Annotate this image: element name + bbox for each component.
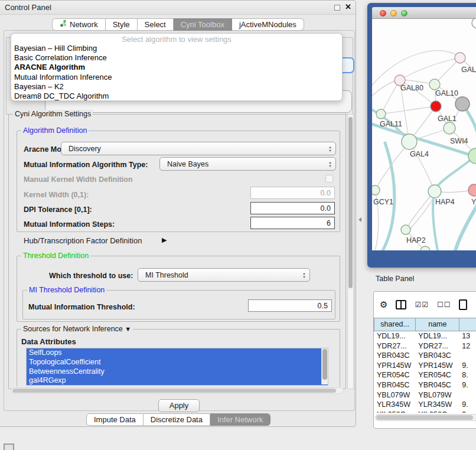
- close-traffic-light[interactable]: [380, 10, 386, 17]
- sources-title-text: Sources for Network Inference: [23, 325, 123, 333]
- dropdown-item[interactable]: Dream8 DC_TDC Algorithm: [11, 92, 342, 101]
- column-header[interactable]: name: [415, 318, 459, 331]
- which-threshold-value: MI Threshold: [138, 271, 299, 279]
- tab-infer-network[interactable]: Infer Network: [210, 413, 270, 426]
- table-row[interactable]: YER054CYER054C8.: [374, 370, 476, 380]
- float-window-icon[interactable]: [334, 5, 340, 11]
- zoom-traffic-light[interactable]: [401, 10, 407, 17]
- scrollbar-thumb[interactable]: [348, 117, 353, 288]
- tab-select[interactable]: Select: [138, 18, 174, 31]
- aracne-mode-combo[interactable]: Discovery: [61, 142, 336, 155]
- network-node[interactable]: [472, 19, 476, 28]
- dpi-tolerance-field[interactable]: 0.0: [250, 202, 335, 214]
- docked-panel-icon[interactable]: [4, 444, 14, 450]
- network-node-hap2[interactable]: [401, 225, 410, 234]
- table-cell: 9.: [459, 380, 476, 390]
- minimize-traffic-light[interactable]: [390, 10, 397, 17]
- network-node[interactable]: [455, 97, 470, 111]
- network-window-titlebar[interactable]: [372, 7, 476, 19]
- scrollbar-thumb[interactable]: [322, 349, 327, 380]
- columns-icon[interactable]: [396, 300, 406, 309]
- network-node[interactable]: [420, 246, 430, 250]
- attribute-list-item[interactable]: SelfLoops: [27, 348, 328, 358]
- table-row[interactable]: YDR27...YDR27...12: [374, 341, 476, 351]
- network-node-gal11[interactable]: [376, 109, 386, 119]
- tab-jactivemnodules[interactable]: jActiveMNodules: [232, 18, 304, 31]
- network-node-hap4[interactable]: [428, 185, 441, 198]
- tab-style[interactable]: Style: [106, 18, 138, 31]
- dropdown-item[interactable]: ARACNE Algorithm: [11, 63, 342, 72]
- network-icon: [60, 19, 67, 29]
- collapse-right-icon[interactable]: ▶: [162, 236, 167, 244]
- scrollbar-thumb[interactable]: [12, 389, 336, 393]
- dropdown-item[interactable]: Basic Correlation Inference: [11, 53, 342, 63]
- network-node[interactable]: [431, 101, 441, 112]
- table-row[interactable]: YIL052CYIL052C9: [374, 410, 476, 413]
- manual-kernel-width-checkbox: [325, 175, 333, 182]
- attribute-list-item[interactable]: BetweennessCentrality: [27, 367, 328, 377]
- which-threshold-label: Which threshold to use:: [49, 272, 133, 280]
- screen: Control Panel ✕ NetworkStyleSelectCyni T…: [0, 0, 476, 450]
- table-row[interactable]: YDL19...YDL19...13: [374, 331, 476, 341]
- column-header[interactable]: shared...: [374, 318, 415, 331]
- control-panel-titlebar: Control Panel ✕: [0, 1, 356, 15]
- table-row[interactable]: YPR145WYPR145W9.: [374, 361, 476, 371]
- mi-steps-field[interactable]: 6: [250, 217, 335, 229]
- stepper-icon: [299, 272, 309, 279]
- table-panel-title: Table Panel: [376, 275, 414, 283]
- data-attributes-list[interactable]: SelfLoopsTopologicalCoefficientBetweenne…: [26, 348, 328, 386]
- table-cell: YBR045C: [415, 380, 459, 390]
- tab-discretize-data[interactable]: Discretize Data: [144, 413, 210, 426]
- settings-vertical-scrollbar[interactable]: [347, 114, 354, 389]
- network-canvas[interactable]: GAL80GALGAL10GAL1GAL11SWI4GAL4GCY1HAP4YH…: [372, 19, 476, 250]
- table-row[interactable]: YBR043CYBR043C: [374, 351, 476, 361]
- dropdown-item[interactable]: Bayesian – K2: [11, 82, 342, 92]
- aracne-mode-value: Discovery: [61, 145, 325, 153]
- collapse-down-icon[interactable]: ▼: [125, 325, 131, 332]
- network-node-gal[interactable]: [455, 53, 465, 63]
- network-edge: [406, 191, 435, 230]
- tab-cyni-toolbox[interactable]: Cyni Toolbox: [174, 18, 232, 31]
- dpi-tolerance-label: DPI Tolerance [0,1]:: [24, 206, 92, 214]
- select-all-checkboxes-icon[interactable]: ☑☑: [415, 301, 429, 309]
- table-horizontal-scrollbar[interactable]: [375, 414, 476, 421]
- network-node-y[interactable]: [468, 184, 476, 196]
- tab-impute-data[interactable]: Impute Data: [86, 413, 144, 426]
- mi-algorithm-type-combo[interactable]: Naive Bayes: [159, 157, 336, 171]
- attribute-list-item[interactable]: gal4RGexp: [27, 376, 328, 386]
- gear-icon[interactable]: ⚙: [380, 299, 387, 310]
- node-label: GAL4: [410, 150, 429, 158]
- panel-splitter-handle[interactable]: [358, 217, 361, 222]
- dropdown-item[interactable]: Mutual Information Inference: [11, 73, 342, 82]
- table-cell: YER054C: [374, 370, 415, 380]
- close-icon[interactable]: ✕: [345, 2, 351, 11]
- mi-algorithm-type-label: Mutual Information Algorithm Type:: [24, 161, 148, 169]
- network-node-gal1[interactable]: [444, 122, 455, 134]
- attribute-list-item[interactable]: TopologicalCoefficient: [27, 358, 328, 367]
- table-row[interactable]: YLR345WYLR345W9.: [374, 400, 476, 410]
- table-cell: YBL079W: [374, 390, 415, 400]
- mi-threshold-field[interactable]: 0.5: [248, 299, 332, 312]
- node-table: shared...name YDL19...YDL19...13YDR27...…: [374, 318, 476, 413]
- network-node-gcy1[interactable]: [372, 185, 380, 195]
- table-cell: YPR145W: [374, 361, 415, 371]
- control-panel-title: Control Panel: [5, 3, 51, 12]
- network-node-gal4[interactable]: [402, 134, 417, 149]
- apply-button[interactable]: Apply: [158, 399, 200, 412]
- network-node-gal10[interactable]: [429, 79, 440, 90]
- scrollbar-thumb[interactable]: [376, 415, 473, 420]
- which-threshold-combo[interactable]: MI Threshold: [138, 268, 310, 282]
- deselect-all-checkboxes-icon[interactable]: ☐☐: [437, 301, 451, 309]
- settings-horizontal-scrollbar[interactable]: [11, 387, 344, 394]
- table-row[interactable]: YBL079WYBL079W: [374, 390, 476, 400]
- table-cell: YIL052C: [415, 410, 459, 413]
- table-row[interactable]: YBR045CYBR045C9.: [374, 380, 476, 390]
- table-cell: YBR045C: [374, 380, 415, 390]
- dropdown-item[interactable]: Bayesian – Hill Climbing: [11, 44, 342, 53]
- column-header[interactable]: [459, 318, 476, 331]
- node-label: GAL80: [400, 84, 423, 92]
- new-table-icon[interactable]: [459, 299, 467, 310]
- tab-network[interactable]: Network: [52, 18, 106, 31]
- attributes-list-scrollbar[interactable]: [321, 348, 328, 384]
- table-header-row: shared...name: [374, 318, 476, 331]
